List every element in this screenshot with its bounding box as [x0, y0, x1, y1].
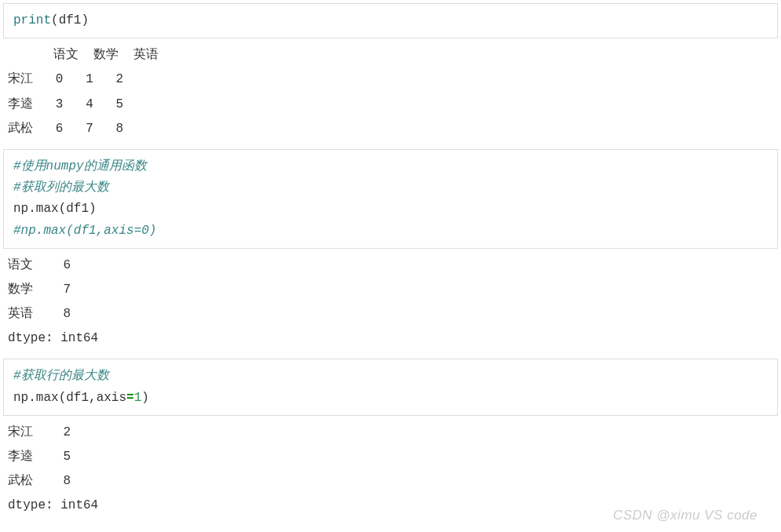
code-token-paren: (: [51, 13, 59, 27]
code-token-var: np: [13, 391, 28, 405]
code-token-paren: ): [81, 13, 89, 27]
code-token-paren: (: [59, 391, 67, 405]
code-line: print(df1): [13, 10, 768, 31]
code-line: np.max(df1,axis=1): [13, 388, 768, 409]
code-token-fn: print: [13, 13, 51, 27]
output-block-3: 宋江 2 李逵 5 武松 8 dtype: int64: [8, 421, 778, 519]
code-token-var: df1: [66, 202, 89, 216]
code-token-eq: =: [126, 391, 134, 405]
code-line-comment: #np.max(df1,axis=0): [13, 220, 768, 242]
code-token-comment: #使用numpy的通用函数: [13, 159, 147, 173]
code-line: np.max(df1): [13, 199, 768, 220]
code-cell-3: #获取行的最大数 np.max(df1,axis=1): [3, 359, 778, 415]
code-token-dot: .: [28, 391, 36, 405]
code-token-comma: ,: [89, 391, 97, 405]
code-token-var: np: [13, 202, 28, 216]
code-cell-1: print(df1): [3, 3, 778, 38]
code-token-fn: max: [36, 391, 59, 405]
code-token-paren: (: [59, 202, 67, 216]
code-cell-2: #使用numpy的通用函数 #获取列的最大数 np.max(df1) #np.m…: [3, 149, 778, 249]
code-token-comment: #获取行的最大数: [13, 369, 109, 383]
code-token-var: df1: [59, 13, 82, 27]
code-line-comment: #获取列的最大数: [13, 177, 768, 199]
code-token-comment: #获取列的最大数: [13, 180, 109, 195]
code-token-var: df1: [66, 391, 89, 405]
code-token-dot: .: [28, 202, 36, 216]
code-token-num: 1: [134, 391, 142, 405]
code-line-comment: #使用numpy的通用函数: [13, 156, 768, 177]
code-token-kw: axis: [97, 391, 126, 405]
code-token-fn: max: [36, 202, 59, 216]
code-token-comment: #np.max(df1,axis=0): [13, 224, 156, 238]
watermark-text: CSDN @ximu VS code: [613, 508, 757, 523]
output-block-2: 语文 6 数学 7 英语 8 dtype: int64: [8, 253, 778, 352]
output-block-1: 语文 数学 英语 宋江 0 1 2 李逵 3 4 5 武松 6 7 8: [8, 43, 778, 141]
code-line-comment: #获取行的最大数: [13, 366, 768, 387]
code-token-paren: ): [141, 391, 149, 405]
code-token-paren: ): [89, 202, 97, 216]
